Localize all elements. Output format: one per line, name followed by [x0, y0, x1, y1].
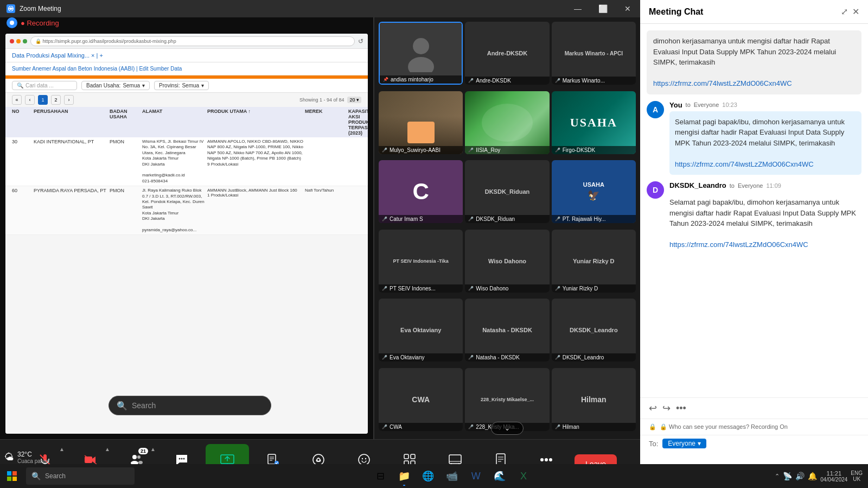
- participants-grid: 📌 andias mintoharjo Andre-DKSDK 🎤 Andre-…: [374, 17, 640, 439]
- search-icon: 🔍: [17, 83, 23, 88]
- chat-input[interactable]: [649, 456, 859, 465]
- svg-rect-42: [7, 471, 11, 476]
- notification-icon[interactable]: 🔔: [808, 472, 817, 480]
- col-badan: BADAN USAHA: [110, 109, 142, 136]
- minimize-button[interactable]: —: [565, 0, 590, 17]
- system-tray: ⌃ 📡 🔊 🔔 11:21 04/04/2024 ENG UK: [769, 470, 868, 483]
- svg-rect-30: [411, 454, 415, 459]
- page-1[interactable]: 1: [38, 95, 48, 105]
- table-row: 30 KADI INTERNATIONAL, PT PMON Wisma KPS…: [5, 137, 368, 186]
- screen-share-area: 🔒 https://simpk.pupr.go.id/hasilproduksi…: [0, 17, 373, 439]
- svg-rect-29: [404, 454, 409, 459]
- participant-name-bar: 🎤 PT SEIV Indones...: [379, 284, 463, 293]
- participant-name-bar: 🎤 Natasha - DKSDK: [465, 353, 549, 362]
- participant-name: PT SEIV Indones...: [390, 286, 436, 291]
- participant-tile: 📌 andias mintoharjo: [379, 22, 463, 85]
- expand-participants-button[interactable]: ⌄: [491, 422, 524, 435]
- browser-bar: 🔒 https://simpk.pupr.go.id/hasilproduksi…: [5, 34, 368, 49]
- participant-name-bar: 🎤 Andre-DKSDK: [465, 77, 549, 85]
- word-icon: W: [471, 471, 481, 482]
- weather-desc: Cuaca panas: [17, 458, 49, 464]
- word-button[interactable]: W: [465, 465, 487, 487]
- chat-message-content: You to Everyone 10:23 Selamat pagi bapak…: [669, 101, 861, 175]
- mic-icon: 🎤: [382, 355, 387, 360]
- participant-name-display: Yuniar Rizky D: [552, 230, 636, 293]
- popout-button[interactable]: ⤢: [841, 7, 848, 17]
- to-everyone-selector[interactable]: Everyone ▾: [662, 439, 706, 448]
- participant-tile: DKSDK_Riduan 🎤 DKSDK_Riduan: [465, 160, 549, 223]
- edge-button[interactable]: 🌊: [489, 465, 510, 487]
- chat-panel: Meeting Chat ⤢ ✕ dimohon kerjasamanya un…: [640, 0, 868, 488]
- taskview-button[interactable]: ⊟: [369, 465, 391, 487]
- maximize-button[interactable]: ⬜: [590, 0, 615, 17]
- zoom-button[interactable]: 📹: [441, 465, 463, 487]
- mic-icon: 🎤: [382, 217, 387, 221]
- page-prev2[interactable]: ‹: [25, 95, 35, 105]
- close-chat-button[interactable]: ✕: [852, 7, 859, 17]
- excel-button[interactable]: X: [513, 465, 534, 487]
- participant-photo: [465, 91, 549, 154]
- more-icon[interactable]: •••: [676, 403, 686, 414]
- svg-point-26: [359, 454, 369, 465]
- svg-point-1: [413, 38, 429, 54]
- app-search-input[interactable]: 🔍 Cari data ...: [12, 81, 77, 90]
- participant-tile: DKSDK_Leandro 🎤 DKSDK_Leandro: [552, 299, 636, 362]
- participant-tile: 🎤 Mulyo_Suwiryo-AABI: [379, 91, 463, 154]
- svg-rect-19: [268, 454, 276, 464]
- volume-icon[interactable]: 🔊: [795, 472, 805, 480]
- participant-tile: USAHA 🎤 Firgo-DKSDK: [552, 91, 636, 154]
- reload-icon[interactable]: ↺: [358, 37, 363, 45]
- chrome-button[interactable]: 🌐: [417, 465, 439, 487]
- participant-tile: CWA 🎤 CWA: [379, 368, 463, 431]
- region-text: UK: [853, 476, 860, 482]
- participant-name-bar: 🎤 PT. Rajawali Hiy...: [552, 215, 636, 223]
- window-controls: — ⬜ ✕: [565, 0, 640, 17]
- participant-name: Natasha - DKSDK: [476, 354, 520, 360]
- main-area: 🔒 https://simpk.pupr.go.id/hasilproduksi…: [0, 17, 640, 439]
- search-icon: 🔍: [117, 401, 127, 411]
- browser-url[interactable]: 🔒 https://simpk.pupr.go.id/hasilproduksi…: [30, 36, 355, 46]
- participant-tile: Wiso Dahono 🎤 Wiso Dahono: [465, 230, 549, 293]
- reply-icon[interactable]: ↩: [649, 402, 657, 414]
- page-2[interactable]: 2: [51, 95, 61, 105]
- participant-name: Markus Winarto...: [563, 78, 605, 84]
- participant-name-bar: 🎤 DKSDK_Leandro: [552, 353, 636, 362]
- page-next[interactable]: ›: [64, 95, 74, 105]
- svg-rect-45: [12, 477, 17, 481]
- taskbar-search[interactable]: 🔍 Search: [26, 467, 135, 485]
- chat-sender: You: [669, 101, 682, 109]
- chat-message-body: dimohon kerjasamanya untuk mengisi dafta…: [647, 30, 861, 94]
- maximize-dot: [23, 39, 27, 43]
- app-header: Data Produksi Aspal Mixing... × | +: [5, 49, 368, 62]
- minimize-dot: [16, 39, 21, 43]
- app-header-text: Data Produksi Aspal Mixing... × | +: [12, 52, 103, 59]
- page-size-select[interactable]: 20 ▾: [347, 97, 361, 103]
- forward-icon[interactable]: ↪: [662, 402, 671, 414]
- participant-name: Mulyo_Suwiryo-AABI: [390, 147, 441, 153]
- badan-usaha-filter[interactable]: Badan Usaha: Semua ▾: [81, 81, 150, 90]
- participant-tile: PT SEIV Indonesia -Tika 🎤 PT SEIV Indone…: [379, 230, 463, 293]
- app-breadcrumb: Sumber Anemer Aspal dan Beton Indonesia …: [5, 62, 368, 75]
- privacy-text: 🔒 Who can see your messages? Recording O…: [660, 423, 788, 430]
- page-prev[interactable]: «: [12, 95, 22, 105]
- file-manager-button[interactable]: 📁: [393, 465, 415, 487]
- start-button[interactable]: [0, 464, 24, 488]
- cell-produk: AMMANN APOLLO, NIKKO CBD-80AWD, NIKKO NA…: [207, 139, 305, 184]
- taskbar-apps: ⊟ 📁 🌐 📹 W 🌊 X: [135, 465, 769, 487]
- close-button[interactable]: ✕: [615, 0, 640, 17]
- network-icon[interactable]: 📡: [783, 472, 792, 480]
- chat-link[interactable]: https://zfrmz.com/74lwstLzZMdO06Cxn4WC: [653, 79, 792, 87]
- app-pagination: « ‹ 1 2 › Showing 1 - 94 of 84 20 ▾: [5, 93, 368, 107]
- participant-name-bar: 🎤 Eva Oktaviany: [379, 353, 463, 362]
- up-arrow-icon[interactable]: ⌃: [775, 473, 780, 480]
- participant-tile: USAHA🦅 🎤 PT. Rajawali Hiy...: [552, 160, 636, 223]
- recording-text: ● Recording: [21, 19, 59, 27]
- chat-link[interactable]: https://zfrmz.com/74lwstLzZMdO06Cxn4WC: [675, 160, 814, 168]
- provinsi-filter[interactable]: Provinsi: Semua ▾: [154, 81, 209, 90]
- svg-point-25: [317, 459, 320, 461]
- chat-link[interactable]: https://zfrmz.com/74lwstLzZMdO06Cxn4WC: [669, 240, 808, 249]
- chat-action-row: ↩ ↪ •••: [640, 397, 868, 419]
- weather-info: 32°C Cuaca panas: [17, 451, 49, 464]
- active-indicator: [403, 485, 405, 486]
- svg-point-12: [138, 461, 143, 464]
